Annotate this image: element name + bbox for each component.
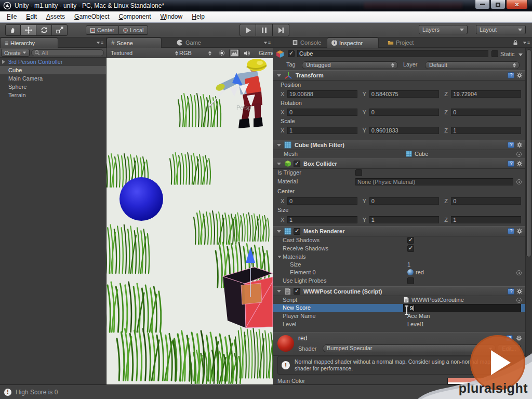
mesh-renderer-header[interactable]: Mesh Renderer	[273, 226, 525, 236]
tab-inspector[interactable]: i Inspector	[327, 37, 379, 48]
scale-z-field[interactable]: 1	[451, 127, 521, 134]
object-picker-icon[interactable]	[516, 270, 522, 275]
draw-mode-dropdown[interactable]: Textured	[111, 49, 132, 57]
create-button[interactable]: Create	[1, 49, 30, 57]
component-enabled-checkbox[interactable]	[294, 161, 300, 167]
static-checkbox[interactable]	[491, 50, 498, 57]
layer-dropdown[interactable]: Default	[425, 61, 520, 69]
tag-dropdown[interactable]: Untagged	[302, 61, 398, 69]
mesh-value[interactable]: Cube	[415, 151, 428, 157]
is-trigger-checkbox[interactable]	[355, 169, 362, 176]
hierarchy-search-input[interactable]: All	[31, 49, 104, 56]
component-enabled-checkbox[interactable]	[294, 288, 300, 295]
pivot-center-button[interactable]: Center	[86, 25, 119, 35]
tab-hierarchy[interactable]: ≡ Hierarchy	[0, 37, 58, 48]
new-score-field[interactable]: 9	[403, 304, 521, 312]
help-book-icon[interactable]	[506, 335, 513, 341]
mesh-filter-header[interactable]: Cube (Mesh Filter)	[273, 140, 525, 150]
menu-file[interactable]: File	[2, 11, 21, 22]
center-y-field[interactable]: 0	[369, 197, 440, 205]
channel-dropdown[interactable]: RGB	[179, 49, 192, 57]
tab-console[interactable]: Console	[288, 37, 325, 48]
component-enabled-checkbox[interactable]	[294, 228, 300, 235]
scene-skybox-toggle[interactable]	[229, 49, 240, 57]
pan-tool-button[interactable]	[5, 24, 21, 36]
foldout-caret-icon[interactable]	[277, 163, 281, 165]
panel-menu-icon[interactable]: ≡	[96, 40, 103, 45]
rotate-tool-button[interactable]	[36, 24, 52, 36]
expand-caret-icon[interactable]	[2, 60, 5, 64]
hierarchy-item-main-camera[interactable]: Main Camera	[0, 74, 106, 83]
scene-viewport[interactable]: Persp	[107, 58, 273, 384]
menu-window[interactable]: Window	[156, 11, 188, 22]
tab-game[interactable]: Game	[172, 37, 214, 48]
shader-dropdown[interactable]: Bumped Specular	[323, 344, 496, 352]
step-button[interactable]	[273, 24, 289, 36]
gear-icon[interactable]	[516, 161, 523, 167]
gear-icon[interactable]	[516, 228, 523, 234]
hierarchy-item-3rd-person-controller[interactable]: 3rd Person Controller	[0, 58, 106, 66]
cast-shadows-checkbox[interactable]	[407, 237, 414, 244]
scale-y-field[interactable]: 0.9601833	[369, 127, 440, 134]
help-book-icon[interactable]	[508, 161, 514, 167]
scale-x-field[interactable]: 1	[287, 127, 357, 134]
rotation-z-field[interactable]: 0	[451, 109, 521, 116]
lock-icon[interactable]	[512, 39, 518, 46]
gear-icon[interactable]	[516, 288, 523, 295]
menu-help[interactable]: Help	[187, 11, 209, 22]
menu-component[interactable]: Component	[114, 11, 155, 22]
menu-gameobject[interactable]: GameObject	[70, 11, 114, 22]
pause-button[interactable]	[256, 24, 273, 36]
foldout-caret-icon[interactable]	[278, 256, 282, 258]
help-book-icon[interactable]	[508, 228, 514, 234]
size-z-field[interactable]: 1	[451, 216, 521, 223]
eyedropper-icon[interactable]	[490, 377, 498, 384]
use-light-probes-checkbox[interactable]	[407, 277, 414, 284]
menu-edit[interactable]: Edit	[21, 11, 42, 22]
center-x-field[interactable]: 0	[287, 197, 357, 205]
foldout-caret-icon[interactable]	[277, 144, 281, 147]
status-bar[interactable]: ! High Score is 0	[0, 384, 532, 399]
gear-icon[interactable]	[516, 142, 523, 148]
restore-button[interactable]	[490, 0, 506, 9]
active-checkbox[interactable]	[288, 50, 295, 57]
receive-shadows-checkbox[interactable]	[407, 245, 414, 252]
panel-menu-icon[interactable]: ≡	[263, 40, 271, 45]
gear-icon[interactable]	[516, 335, 522, 341]
scene-lighting-toggle[interactable]	[217, 49, 227, 57]
menu-assets[interactable]: Assets	[42, 11, 70, 22]
move-tool-button[interactable]	[21, 24, 36, 36]
hierarchy-item-terrain[interactable]: Terrain	[0, 91, 106, 99]
foldout-caret-icon[interactable]	[277, 290, 281, 292]
static-dropdown-icon[interactable]	[518, 54, 523, 56]
hierarchy-item-sphere[interactable]: Sphere	[0, 83, 106, 91]
play-button[interactable]	[240, 24, 256, 36]
level-value[interactable]: Level1	[407, 321, 424, 327]
shader-edit-button[interactable]: Edit...	[498, 344, 521, 352]
position-x-field[interactable]: 19.00688	[287, 90, 357, 98]
panel-menu-icon[interactable]: ≡	[523, 40, 530, 45]
scene-audio-toggle[interactable]	[242, 49, 252, 57]
gear-icon[interactable]	[516, 72, 523, 78]
position-y-field[interactable]: 0.5840375	[369, 90, 440, 98]
player-name-value[interactable]: Ace Man	[407, 313, 430, 319]
box-collider-header[interactable]: Box Collider	[273, 158, 525, 169]
object-picker-icon[interactable]	[516, 298, 522, 303]
script-component-header[interactable]: WWWPost Coroutine (Script)	[273, 286, 525, 296]
rotation-y-field[interactable]: 0	[369, 109, 440, 116]
object-picker-icon[interactable]	[516, 179, 522, 184]
foldout-caret-icon[interactable]	[277, 74, 281, 77]
main-color-swatch[interactable]	[447, 378, 487, 384]
close-button[interactable]: ×	[506, 0, 528, 9]
help-book-icon[interactable]	[508, 288, 514, 295]
materials-size-value[interactable]: 1	[407, 261, 410, 268]
help-book-icon[interactable]	[508, 72, 514, 78]
layers-dropdown[interactable]: Layers	[419, 25, 468, 34]
center-z-field[interactable]: 0	[451, 197, 521, 205]
help-book-icon[interactable]	[508, 142, 514, 148]
scrollbar-thumb[interactable]	[526, 49, 531, 257]
inspector-scrollbar[interactable]	[525, 48, 532, 384]
position-z-field[interactable]: 19.72904	[451, 90, 521, 98]
element0-value[interactable]: red	[416, 269, 424, 275]
foldout-caret-icon[interactable]	[277, 230, 281, 233]
